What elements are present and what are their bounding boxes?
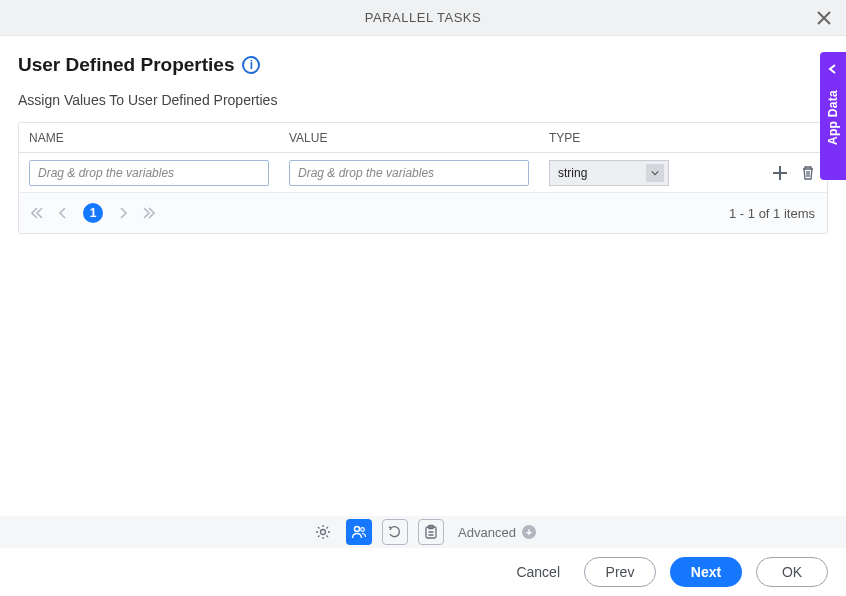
clipboard-icon [423,524,439,540]
page-title-row: User Defined Properties i [18,54,828,76]
button-row: Cancel Prev Next OK [0,548,846,596]
window-title: PARALLEL TASKS [365,10,481,25]
plus-icon [772,165,788,181]
value-input[interactable] [289,160,529,186]
chevron-double-left-icon [31,207,43,219]
bottom-toolbar: Advanced + [0,516,846,548]
users-icon [351,524,367,540]
chevron-double-right-icon [143,207,155,219]
type-select[interactable]: string [549,160,669,186]
form-tab-button[interactable] [418,519,444,545]
add-row-button[interactable] [771,164,789,182]
settings-tab-button[interactable] [310,519,336,545]
properties-table: NAME VALUE TYPE string [18,122,828,234]
loop-icon [387,524,403,540]
cancel-button[interactable]: Cancel [506,558,570,586]
pager-first-button[interactable] [31,207,43,219]
col-header-name: NAME [19,131,279,145]
ok-button[interactable]: OK [756,557,828,587]
page-title: User Defined Properties [18,54,234,76]
page-subtitle: Assign Values To User Defined Properties [18,92,828,108]
pager-next-button[interactable] [117,207,129,219]
svg-point-1 [355,527,360,532]
chevron-down-icon [646,164,664,182]
close-button[interactable] [814,8,834,28]
table-header: NAME VALUE TYPE [19,123,827,153]
close-icon [817,11,831,25]
plus-circle-icon: + [522,525,536,539]
advanced-label: Advanced [458,525,516,540]
col-header-type: TYPE [539,131,699,145]
app-data-tab[interactable]: App Data [820,52,846,180]
advanced-toggle[interactable]: Advanced + [458,525,536,540]
chevron-left-icon [828,60,838,78]
delete-row-button[interactable] [799,164,817,182]
info-icon[interactable]: i [242,56,260,74]
pager-last-button[interactable] [143,207,155,219]
svg-point-0 [321,530,326,535]
name-input[interactable] [29,160,269,186]
pager-current-page[interactable]: 1 [83,203,103,223]
col-header-value: VALUE [279,131,539,145]
trash-icon [800,165,816,181]
content-area: User Defined Properties i Assign Values … [0,36,846,234]
loop-tab-button[interactable] [382,519,408,545]
table-row: string [19,153,827,193]
users-tab-button[interactable] [346,519,372,545]
prev-button[interactable]: Prev [584,557,656,587]
svg-point-2 [361,528,365,532]
pager-summary: 1 - 1 of 1 items [729,206,815,221]
gear-icon [315,524,331,540]
chevron-right-icon [117,207,129,219]
type-select-value: string [558,166,587,180]
next-button[interactable]: Next [670,557,742,587]
pager-prev-button[interactable] [57,207,69,219]
app-data-label: App Data [826,90,840,145]
chevron-left-icon [57,207,69,219]
titlebar: PARALLEL TASKS [0,0,846,36]
pager: 1 1 - 1 of 1 items [19,193,827,233]
